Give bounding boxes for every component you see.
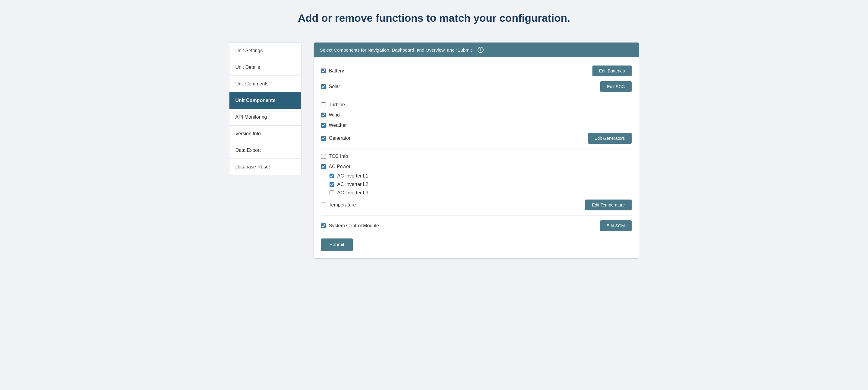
component-row-turbine: Turbine xyxy=(321,100,632,110)
checkbox-ac-inverter-l1[interactable] xyxy=(330,173,334,178)
checkbox-temperature[interactable] xyxy=(321,202,326,207)
component-row-battery: Battery Edit Batteries xyxy=(321,63,632,79)
label-turbine[interactable]: Turbine xyxy=(329,102,345,108)
label-tcc-info[interactable]: TCC Info xyxy=(329,154,348,159)
info-icon: i xyxy=(477,47,484,53)
component-row-tcc-info: TCC Info xyxy=(321,151,632,162)
checkbox-ac-power[interactable] xyxy=(321,164,326,169)
label-ac-inverter-l2[interactable]: AC Inverter L2 xyxy=(337,182,368,187)
edit-temperature-button[interactable]: Edit Temperature xyxy=(585,199,631,211)
page-heading: Add or remove functions to match your co… xyxy=(0,0,868,30)
divider-2 xyxy=(321,148,632,149)
label-temperature[interactable]: Temperature xyxy=(329,202,356,208)
label-ac-inverter-l3[interactable]: AC Inverter L3 xyxy=(337,190,368,196)
checkbox-ac-inverter-l2[interactable] xyxy=(330,182,334,187)
label-battery[interactable]: Battery xyxy=(329,68,344,74)
component-row-generator: Generator Edit Generators xyxy=(321,131,632,146)
sidebar-item-unit-settings[interactable]: Unit Settings xyxy=(229,43,301,59)
label-system-control-module[interactable]: System Control Module xyxy=(329,223,379,228)
label-solar[interactable]: Solar xyxy=(329,84,340,89)
sidebar-item-api-monitoring[interactable]: API Monitoring xyxy=(229,109,301,126)
label-generator[interactable]: Generator xyxy=(329,136,351,141)
component-row-solar: Solar Edit SCC xyxy=(321,79,632,94)
sidebar-item-database-reset[interactable]: Database Reset xyxy=(229,159,301,175)
checkbox-solar[interactable] xyxy=(321,84,326,89)
component-row-wind: Wind xyxy=(321,110,632,120)
checkbox-system-control-module[interactable] xyxy=(321,223,326,228)
edit-batteries-button[interactable]: Edit Batteries xyxy=(592,65,632,76)
component-row-temperature: Temperature Edit Temperature xyxy=(321,197,632,213)
card-header-text: Select Components for Navigation, Dashbo… xyxy=(320,47,475,53)
components-card: Select Components for Navigation, Dashbo… xyxy=(314,42,639,259)
component-row-system-control-module: System Control Module Edit SCM xyxy=(321,218,632,234)
divider-3 xyxy=(321,215,632,216)
component-row-ac-inverter-l2: AC Inverter L2 xyxy=(321,180,632,189)
edit-scc-button[interactable]: Edit SCC xyxy=(600,81,631,92)
label-wind[interactable]: Wind xyxy=(329,112,340,118)
main-content: Select Components for Navigation, Dashbo… xyxy=(314,42,639,259)
edit-scm-button[interactable]: Edit SCM xyxy=(600,220,632,231)
component-row-ac-power: AC Power xyxy=(321,162,632,172)
checkbox-weather[interactable] xyxy=(321,123,326,128)
checkbox-generator[interactable] xyxy=(321,136,326,141)
component-row-ac-inverter-l3: AC Inverter L3 xyxy=(321,189,632,197)
sidebar-item-unit-details[interactable]: Unit Details xyxy=(229,59,301,76)
sidebar-item-unit-components[interactable]: Unit Components xyxy=(229,92,301,109)
label-weather[interactable]: Weather xyxy=(329,122,347,128)
card-header: Select Components for Navigation, Dashbo… xyxy=(314,43,639,57)
checkbox-ac-inverter-l3[interactable] xyxy=(330,191,334,195)
submit-button[interactable]: Submit xyxy=(321,239,353,251)
sidebar-item-unit-comments[interactable]: Unit Comments xyxy=(229,76,301,92)
edit-generators-button[interactable]: Edit Generators xyxy=(588,133,632,144)
checkbox-turbine[interactable] xyxy=(321,102,326,107)
label-ac-inverter-l1[interactable]: AC Inverter L1 xyxy=(337,173,368,179)
component-row-ac-inverter-l1: AC Inverter L1 xyxy=(321,172,632,180)
label-ac-power[interactable]: AC Power xyxy=(329,164,351,169)
sidebar: Unit Settings Unit Details Unit Comments… xyxy=(229,42,302,175)
sidebar-item-version-info[interactable]: Version Info xyxy=(229,126,301,142)
checkbox-battery[interactable] xyxy=(321,68,326,73)
checkbox-wind[interactable] xyxy=(321,113,326,117)
divider-1 xyxy=(321,97,632,97)
card-body: Battery Edit Batteries Solar Edit SCC xyxy=(314,57,639,258)
checkbox-tcc-info[interactable] xyxy=(321,154,326,159)
sidebar-item-data-export[interactable]: Data Export xyxy=(229,142,301,159)
component-row-weather: Weather xyxy=(321,120,632,131)
